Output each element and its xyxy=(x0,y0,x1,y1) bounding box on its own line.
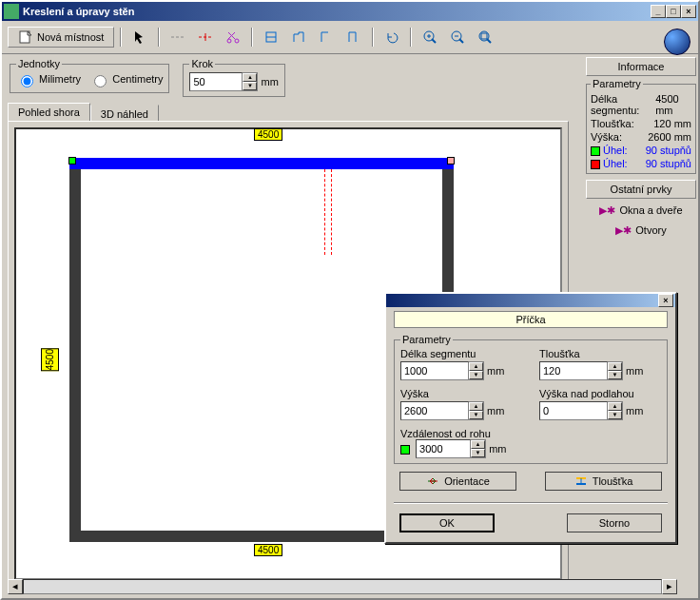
wall-top[interactable] xyxy=(69,158,454,169)
dlg-floor-height-input[interactable] xyxy=(539,401,608,420)
spin-down[interactable]: ▼ xyxy=(608,411,622,419)
spin-down[interactable]: ▼ xyxy=(469,411,483,419)
horizontal-scrollbar[interactable] xyxy=(23,579,662,594)
thickness-button[interactable]: Tloušťka xyxy=(545,472,662,491)
unit-label: mm xyxy=(626,405,643,416)
dialog-close-button[interactable]: × xyxy=(658,294,673,307)
info-angle2-label[interactable]: Úhel: xyxy=(603,158,628,169)
dim-bottom: 4500 xyxy=(254,544,282,556)
dialog-title: Příčka xyxy=(394,311,668,328)
close-button[interactable]: × xyxy=(681,5,696,18)
angle1-swatch-icon xyxy=(591,146,600,156)
shape-tool-2[interactable] xyxy=(286,25,311,49)
thickness-icon xyxy=(574,475,588,487)
dlg-height-input[interactable] xyxy=(400,401,469,420)
zoom-in-button[interactable] xyxy=(418,25,442,49)
openings-link[interactable]: ▶✱Otvory xyxy=(586,221,696,241)
pointer-tool[interactable] xyxy=(127,25,152,49)
info-length-label: Délka segmentu: xyxy=(591,93,655,116)
expand-icon: ▶✱ xyxy=(599,204,615,216)
dlg-length-label: Délka segmentu xyxy=(400,348,522,359)
spin-up[interactable]: ▲ xyxy=(469,362,483,371)
unit-label: mm xyxy=(626,365,643,377)
help-button[interactable] xyxy=(664,29,690,55)
spin-up[interactable]: ▲ xyxy=(471,440,485,449)
svg-point-7 xyxy=(235,39,239,43)
partition-dialog: × Příčka Parametry Délka segmentu ▲▼ mm … xyxy=(384,292,677,544)
orientation-icon xyxy=(426,475,439,487)
windows-doors-link[interactable]: ▶✱Okna a dveře xyxy=(586,201,696,221)
cut-tool[interactable] xyxy=(221,25,245,49)
window-title: Kreslení a úpravy stěn xyxy=(23,6,651,17)
spin-up[interactable]: ▲ xyxy=(469,402,483,411)
corner-swatch-icon xyxy=(400,445,410,455)
scroll-right-button[interactable]: ▸ xyxy=(662,579,677,594)
spin-down[interactable]: ▼ xyxy=(469,371,483,379)
step-unit: mm xyxy=(262,76,279,87)
units-group: Jednotky Milimetry Centimetry xyxy=(10,58,169,93)
step-input[interactable] xyxy=(189,72,243,91)
step-spin-up[interactable]: ▲ xyxy=(243,73,257,82)
spin-down[interactable]: ▼ xyxy=(471,449,485,457)
info-angle1-value[interactable]: 90 stupňů xyxy=(646,145,691,156)
info-length-value: 4500 mm xyxy=(655,93,691,116)
step-legend: Krok xyxy=(189,58,215,69)
shape-tool-1[interactable] xyxy=(259,25,283,49)
unit-label: mm xyxy=(487,365,504,377)
titlebar: Kreslení a úpravy stěn _ □ × xyxy=(2,2,698,21)
new-room-icon xyxy=(18,29,33,45)
info-thickness-label: Tloušťka: xyxy=(591,118,634,129)
info-thickness-value: 120 mm xyxy=(653,118,691,129)
info-angle2-value[interactable]: 90 stupňů xyxy=(646,158,691,169)
info-params: Parametry Délka segmentu:4500 mm Tloušťk… xyxy=(586,78,696,174)
info-angle1-label[interactable]: Úhel: xyxy=(603,145,628,156)
zoom-fit-button[interactable] xyxy=(473,25,497,49)
svg-line-18 xyxy=(459,39,463,43)
dlg-thickness-input[interactable] xyxy=(539,361,608,380)
new-room-button[interactable]: Nová místnost xyxy=(8,27,114,48)
orientation-button[interactable]: Orientace xyxy=(399,472,516,491)
dim-left: 4500 xyxy=(41,348,59,371)
info-title: Informace xyxy=(586,57,696,76)
spin-up[interactable]: ▲ xyxy=(608,362,622,371)
handle-start[interactable] xyxy=(68,157,76,165)
dlg-height-label: Výška xyxy=(400,388,522,399)
dlg-corner-dist-input[interactable] xyxy=(416,439,471,458)
dash-tool-2[interactable] xyxy=(193,27,218,48)
svg-line-14 xyxy=(432,39,436,43)
units-legend: Jednotky xyxy=(16,58,62,69)
dlg-thickness-label: Tloušťka xyxy=(539,348,661,359)
info-params-legend: Parametry xyxy=(591,78,643,89)
wall-left[interactable] xyxy=(69,169,81,542)
minimize-button[interactable]: _ xyxy=(651,5,666,18)
unit-label: mm xyxy=(487,405,504,416)
dash-tool-1[interactable] xyxy=(165,27,190,48)
cancel-button[interactable]: Storno xyxy=(567,513,662,532)
spin-down[interactable]: ▼ xyxy=(608,371,622,379)
main-window: Kreslení a úpravy stěn _ □ × Nová místno… xyxy=(0,0,700,600)
ok-button[interactable]: OK xyxy=(399,513,495,532)
shape-tool-4[interactable] xyxy=(341,25,366,49)
handle-end[interactable] xyxy=(447,157,455,165)
angle2-swatch-icon xyxy=(591,160,600,169)
spin-up[interactable]: ▲ xyxy=(608,402,622,411)
zoom-out-button[interactable] xyxy=(445,25,470,49)
partition-preview xyxy=(324,169,332,255)
undo-button[interactable] xyxy=(379,25,404,49)
units-cm-option[interactable]: Centimetry xyxy=(89,73,163,85)
svg-point-6 xyxy=(227,39,231,43)
tab-top-view[interactable]: Pohled shora xyxy=(8,103,90,121)
units-mm-option[interactable]: Milimetry xyxy=(16,73,81,85)
dialog-params-legend: Parametry xyxy=(400,334,453,345)
maximize-button[interactable]: □ xyxy=(666,5,681,18)
units-cm-radio[interactable] xyxy=(94,75,107,87)
step-spin-down[interactable]: ▼ xyxy=(243,82,257,90)
dlg-corner-dist-label: Vzdálenost od rohu xyxy=(400,428,491,439)
scroll-left-button[interactable]: ◂ xyxy=(8,579,23,594)
units-mm-radio[interactable] xyxy=(21,75,33,87)
unit-label: mm xyxy=(489,443,506,455)
dlg-length-input[interactable] xyxy=(400,361,469,380)
shape-tool-3[interactable] xyxy=(314,25,339,49)
new-room-label: Nová místnost xyxy=(37,31,104,43)
svg-rect-22 xyxy=(481,33,487,39)
